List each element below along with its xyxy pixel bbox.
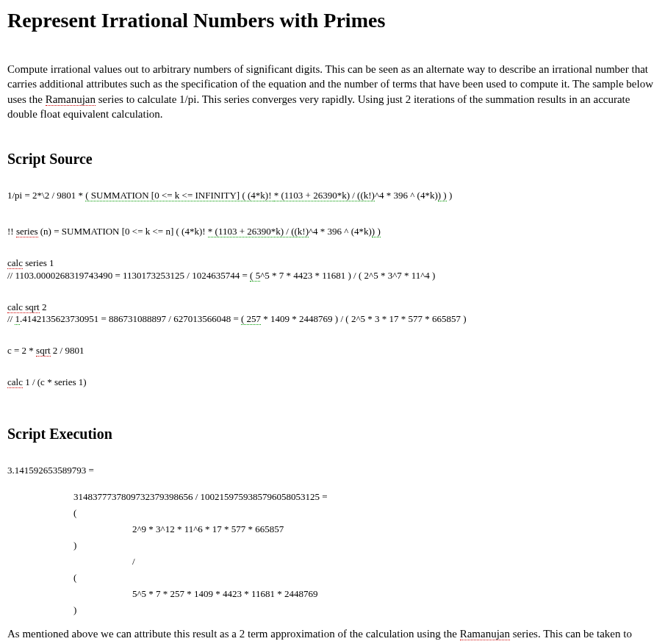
exec-lparen-2: ( — [73, 572, 658, 584]
src5-c: 2 / 9801 — [51, 345, 85, 356]
src2-f: ) ) — [372, 226, 381, 237]
exec-fraction: 31483777378097323793986​56 / 10021597593… — [73, 491, 658, 503]
src4-g: * 1409 * 2448769 ) / ( 2^5 * 3 * 17 * 57… — [261, 313, 466, 324]
src2-a: !! — [7, 226, 16, 237]
exec-numerator: 2^9 * 3^12 * 11^6 * 17 * 577 * 665857 — [132, 523, 658, 535]
source-line-5: c = 2 * sqrt 2 / 9801 — [7, 345, 658, 357]
src6-a: calc — [7, 376, 23, 388]
src1-f: ) — [447, 190, 453, 201]
src2-d: * (1103 + 26390*k) / ((k!) — [208, 226, 309, 237]
source-line-6: calc 1 / (c * series 1) — [7, 376, 658, 389]
src4-f: ( 257 — [241, 313, 261, 325]
src3-e: ^5 * 7 * 4423 * 11681 ) / ( 2^5 * 3^7 * … — [260, 270, 435, 281]
src2-e: ^4 * 396 ^ (4*k) — [309, 226, 372, 237]
source-line-4: calc sqrt 2 // 1.4142135623730951 = 8867… — [7, 301, 658, 326]
exec-result: 3.141592653589793 = — [7, 465, 658, 476]
src1-b: ( SUMMATION [0 <= k <= INFINITY] ( (4*k)… — [85, 190, 273, 201]
exec-rparen-1: ) — [73, 540, 658, 551]
exec-lparen-1: ( — [73, 507, 658, 519]
src4-e: .4142135623730951 = 886731088897 / 62701… — [20, 313, 241, 324]
exec-rparen-2: ) — [73, 604, 658, 616]
intro-paragraph: Compute irrational values out to arbitra… — [7, 62, 658, 121]
src1-e: ) ) — [438, 190, 447, 201]
src3-c: // 1103.0000268319743490 = 1130173253125… — [7, 270, 250, 281]
src1-a: 1/pi = 2*\2 / 9801 * — [7, 190, 85, 201]
outro-ramanujan: Ramanujan — [460, 628, 510, 640]
src4-a: calc sqrt — [7, 301, 40, 313]
ramanujan-word: Ramanujan — [46, 93, 96, 106]
outro-a: As mentioned above we can attribute this… — [7, 628, 460, 640]
intro-text-b: series to calculate 1/pi. This series co… — [7, 93, 630, 120]
source-line-1: 1/pi = 2*\2 / 9801 * ( SUMMATION [0 <= k… — [7, 190, 658, 202]
src3-b: series 1 — [23, 257, 54, 268]
src4-b: 2 — [40, 301, 47, 312]
src3-a: calc — [7, 257, 23, 269]
src3-d: ( 5 — [250, 270, 260, 282]
src2-c: (n) = SUMMATION [0 <= k <= n] ( (4*k)! — [38, 226, 208, 237]
exec-slash: / — [132, 556, 658, 568]
exec-denominator: 5^5 * 7 * 257 * 1409 * 4423 * 11681 * 24… — [132, 588, 658, 600]
source-line-3: calc series 1 // 1103.0000268319743490 =… — [7, 257, 658, 282]
src1-c: * (1103 + 26390*k) / ((k!) — [274, 190, 375, 201]
script-source-heading: Script Source — [7, 151, 658, 168]
src6-b: 1 / (c * series 1) — [23, 376, 87, 387]
src4-c: // — [7, 313, 15, 324]
src5-a: c = 2 * — [7, 345, 36, 356]
script-execution-heading: Script Execution — [7, 426, 658, 443]
src5-b: sqrt — [36, 345, 51, 357]
page-title: Represent Irrational Numbers with Primes — [7, 9, 658, 32]
source-line-2: !! series (n) = SUMMATION [0 <= k <= n] … — [7, 226, 658, 238]
outro-paragraph: As mentioned above we can attribute this… — [7, 626, 658, 644]
src1-d: ^4 * 396 ^ (4*k) — [375, 190, 438, 201]
src2-b: series — [16, 226, 38, 237]
